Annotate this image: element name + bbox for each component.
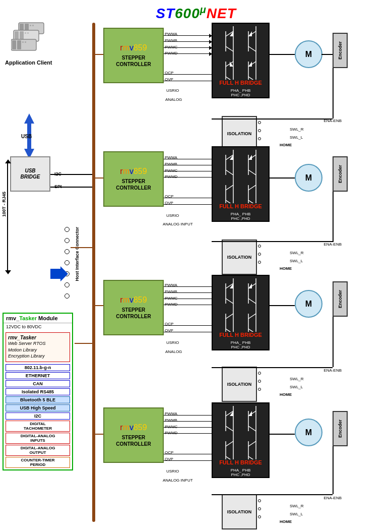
svg-rect-12 (17, 40, 21, 49)
feature-802: 802.11.b-g-n (6, 364, 70, 371)
feature-bluetooth: Bluetooth 5 BLE (6, 396, 70, 403)
analog-input-label-2: ANALOG INPUT (163, 222, 193, 226)
ena-enb-2: ENA-ENB (323, 242, 342, 247)
home-2: HOME (280, 266, 292, 271)
spi-line (50, 187, 92, 188)
ovp-line-4 (164, 460, 212, 461)
stepper-text-1: STEPPERCONTROLLER (116, 54, 151, 68)
pwm-line-1c (164, 47, 212, 48)
pwm-line-4b (164, 421, 212, 422)
h-bridge-label-4: FULL H BRIDGE (219, 459, 262, 466)
feature-usb-highspeed: USB High Speed (6, 404, 70, 411)
svg-line-83 (248, 426, 256, 431)
encoder-bottom-line-2 (333, 192, 334, 242)
encoder-bottom-line-4 (333, 446, 334, 494)
motor-2: M (295, 164, 322, 192)
svg-marker-19 (50, 266, 68, 281)
h-bridge-svg-1 (216, 24, 266, 80)
pwm-arrow-1a (209, 34, 212, 38)
pwm-line-3d (164, 305, 212, 305)
feature-digital-analog-out: DIGITAL-ANALOGOUTPUT (6, 445, 70, 456)
svg-line-60 (226, 299, 233, 304)
main-to-step-3 (94, 305, 103, 306)
swl-l-4: SWL_L (290, 512, 303, 516)
svg-rect-11 (12, 40, 16, 49)
analog-label-1: ANALOG (165, 97, 182, 102)
tasker-motion: Motion Library (8, 347, 68, 353)
stepper-block-4: rmv859 STEPPERCONTROLLER (103, 407, 164, 463)
pwm-line-1b (164, 41, 212, 42)
usrio-label-2: USRIO (166, 213, 179, 218)
h-bridge-svg-4 (216, 403, 266, 459)
stepper-text-4: STEPPERCONTROLLER (116, 434, 151, 447)
h-bridge-svg-2 (216, 147, 266, 203)
pwm-arrow-1c (209, 46, 212, 50)
hbridge-motor-line-1 (270, 54, 295, 55)
pwm-line-4d (164, 433, 212, 434)
iso-dots-4 (258, 499, 261, 518)
h-bridge-svg-3 (216, 276, 266, 332)
h-bridge-sub-4: PHA_ PHBPHC ,PHD (231, 468, 251, 477)
tasker-features-list: 802.11.b-g-n ETHERNET CAN Isolated RS485… (6, 364, 70, 468)
rj45-label: 100T - RJ45 (2, 192, 7, 217)
motor-3: M (295, 290, 322, 318)
encoder-bottom-line-3 (333, 317, 334, 367)
tasker-rmv-text: rmv_ (6, 315, 19, 321)
svg-rect-13 (22, 41, 24, 43)
usb-bridge-title: USB BRIDGE (21, 168, 40, 180)
swl-r-2: SWL_R (290, 251, 304, 255)
encoder-label-4: Encoder (338, 420, 343, 438)
left-bottom-arrow (5, 270, 11, 274)
feature-counter-timer: COUNTER-TIMERPERIOD (6, 457, 70, 468)
swl-r-1: SWL_R (290, 127, 304, 132)
tasker-module-title: rmv_Tasker Module (4, 314, 72, 323)
ocp-line-3 (164, 325, 212, 326)
ena-enb-1: ENA-ENB (323, 119, 342, 123)
host-interface-label: Host Interface Connector (75, 227, 80, 281)
motor-1: M (295, 40, 322, 68)
swl-r-4: SWL_R (290, 504, 304, 508)
swl-l-2: SWL_L (290, 259, 303, 263)
tasker-module-suffix: Module (37, 315, 58, 321)
svg-marker-15 (24, 113, 34, 124)
pwm-line-3b (164, 292, 212, 293)
pwm-line-2c (164, 171, 212, 171)
svg-line-42 (226, 170, 233, 175)
tasker-to-main (75, 343, 94, 344)
home-1: HOME (280, 143, 292, 147)
motor-encoder-line-1 (321, 54, 333, 55)
pwm-arrow-1d (209, 52, 212, 56)
iso-dots-1 (258, 121, 261, 140)
title-600: 600 (175, 6, 200, 21)
main-to-step-2 (94, 178, 103, 179)
h-bridge-3: FULL H BRIDGE PHA_ PHBPHC ,PHD (212, 275, 270, 350)
title-st: ST (156, 6, 175, 21)
stepper-text-2: STEPPERCONTROLLER (116, 178, 151, 191)
connector-dot-4 (64, 260, 70, 265)
ocp-line-4 (164, 454, 212, 454)
app-client-section: Application Client (5, 20, 52, 66)
stepper-block-3: rmv859 STEPPERCONTROLLER (103, 280, 164, 335)
connector-dot-7 (64, 293, 70, 299)
ena-enb-3: ENA-ENB (323, 368, 342, 373)
usrio-label-3: USRIO (166, 340, 179, 345)
ovp-line-2 (164, 204, 212, 205)
main-to-step-4 (94, 434, 103, 435)
svg-line-22 (226, 46, 233, 51)
connector-dot-1 (64, 227, 70, 232)
encoder-return-line-1 (212, 119, 333, 120)
feature-rs485: Isolated RS485 (6, 388, 70, 395)
encoder-2: Encoder (333, 156, 348, 192)
encoder-bottom-line-1 (333, 68, 334, 119)
ocp-line-2 (164, 198, 212, 198)
analog-label-3: ANALOG (165, 349, 182, 354)
connector-dot-2 (64, 238, 70, 243)
svg-line-87 (226, 441, 233, 446)
tasker-inner-box: rmv_Tasker Web Server RTOS Motion Librar… (6, 332, 70, 362)
h-bridge-4: FULL H BRIDGE PHA_ PHBPHC ,PHD (212, 402, 270, 478)
h-bridge-1: FULL H BRIDGE PHA_ PHBPHC ,PHD (212, 23, 270, 98)
feature-can: CAN (6, 380, 70, 387)
svg-line-69 (226, 314, 233, 319)
h-bridge-sub-3: PHA_ PHBPHC ,PHD (231, 340, 251, 349)
isolation-4: ISOLATION (222, 494, 257, 529)
